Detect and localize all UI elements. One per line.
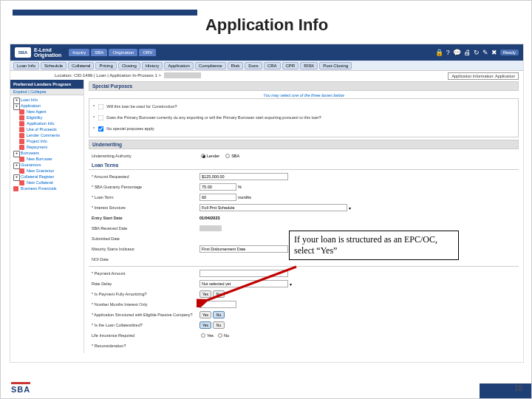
callout-epc: If your loan is structured as an EPC/OC,… bbox=[289, 231, 459, 260]
input-amount[interactable]: $125,000.00 bbox=[200, 173, 288, 180]
sidebar-item[interactable]: Application Info bbox=[12, 120, 82, 126]
nav-tab[interactable]: RISK bbox=[300, 62, 318, 69]
top-tab[interactable]: Origination bbox=[109, 49, 137, 56]
sidebar-item[interactable]: Guarantors bbox=[12, 162, 82, 168]
chevron-down-icon[interactable]: ▾ bbox=[290, 282, 292, 287]
select-structure[interactable]: Full Pmt Schedule bbox=[200, 204, 347, 211]
label-term: * Loan Term bbox=[89, 195, 200, 200]
sidebar-item[interactable]: New Borrower bbox=[12, 156, 82, 162]
radio-sba[interactable] bbox=[225, 154, 230, 158]
refresh-icon[interactable]: ↻ bbox=[474, 49, 480, 56]
sidebar-item[interactable]: New Agent bbox=[12, 109, 82, 115]
checkbox-exporting[interactable] bbox=[98, 115, 103, 121]
sidebar-item[interactable]: Application bbox=[12, 103, 82, 109]
new-icon[interactable]: ✎ bbox=[482, 49, 488, 56]
nav-tab[interactable]: Application bbox=[164, 62, 193, 69]
top-tab[interactable]: ORV bbox=[139, 49, 156, 56]
select-delay[interactable]: Not selected yet bbox=[200, 280, 288, 287]
sidebar-item[interactable]: Use of Proceeds bbox=[12, 126, 82, 132]
slide: Application Info SBA E-Lend Origination … bbox=[0, 0, 532, 399]
q-construction[interactable]: * Will this loan be used for Constructio… bbox=[93, 101, 514, 112]
nav-tab[interactable]: CPR bbox=[282, 62, 299, 69]
chevron-down-icon[interactable]: ▾ bbox=[349, 205, 351, 211]
label-payment: * Payment Amount bbox=[89, 271, 200, 276]
nav-tab[interactable]: CRA bbox=[264, 62, 281, 69]
nav-tab[interactable]: History bbox=[142, 62, 163, 69]
nav-tab[interactable]: Docs bbox=[245, 62, 262, 69]
nav-tab[interactable]: Schedule bbox=[41, 62, 66, 69]
nav-tab[interactable]: Closing bbox=[118, 62, 140, 69]
value-entry-date: 01/04/2023 bbox=[200, 216, 220, 220]
chat-icon[interactable]: 💬 bbox=[453, 49, 461, 56]
breadcrumb: Location: CID:1496 | Loan | Application … bbox=[10, 71, 523, 80]
label-sba-recv: SBA Received Date bbox=[89, 226, 200, 231]
footer-links[interactable]: * Privacy & We * Regulations * Informati… bbox=[89, 351, 519, 353]
label-noi: NOI Date bbox=[89, 257, 200, 262]
q-exporting[interactable]: * Does the Primary Borrower currently do… bbox=[93, 112, 514, 123]
btn-epc-yes[interactable]: Yes bbox=[200, 311, 211, 318]
label-amount: * Amount Requested bbox=[89, 174, 200, 179]
nav-tab[interactable]: Risk bbox=[228, 62, 244, 69]
top-tab[interactable]: Inquiry bbox=[69, 49, 89, 56]
radio-life-no[interactable] bbox=[218, 333, 222, 338]
lock-icon[interactable]: 🔒 bbox=[435, 49, 443, 56]
btn-no[interactable]: No bbox=[213, 290, 225, 298]
q-nospecial[interactable]: * No special purposes apply bbox=[93, 123, 514, 134]
section-underwriting: Underwriting bbox=[89, 140, 519, 149]
input-months-io[interactable] bbox=[200, 301, 236, 308]
row-underwriting: Underwriting Authority Lender SBA bbox=[89, 151, 519, 161]
input-payment[interactable] bbox=[200, 270, 288, 277]
sidebar-item[interactable]: Repayment bbox=[12, 144, 82, 150]
checkbox-nospecial[interactable] bbox=[98, 126, 103, 132]
breadcrumb-gray-block bbox=[164, 72, 201, 78]
radio-life-yes[interactable] bbox=[201, 333, 205, 338]
sidebar-item[interactable]: Lender Comments bbox=[12, 132, 82, 138]
sidebar-item[interactable]: Business Financials bbox=[12, 185, 82, 191]
help-icon[interactable]: ? bbox=[446, 49, 450, 56]
input-guaranty[interactable]: 75.00 bbox=[200, 183, 236, 191]
label-underwriting: Underwriting Authority bbox=[89, 154, 200, 158]
sidebar-item[interactable]: Project Info bbox=[12, 138, 82, 144]
footer-sba-logo: SBA bbox=[11, 382, 30, 394]
exit-icon[interactable]: ✖ bbox=[491, 49, 497, 56]
top-tab[interactable]: SBA bbox=[91, 49, 107, 56]
nav-tab[interactable]: Pricing bbox=[95, 62, 116, 69]
sba-logo: SBA bbox=[15, 47, 31, 58]
sidebar-item[interactable]: New Guarantor bbox=[12, 168, 82, 174]
navbar: Loan Info Schedule Collateral Pricing Cl… bbox=[10, 61, 523, 71]
label-submitted: Submitted Date bbox=[89, 236, 200, 241]
nav-tab[interactable]: Post-Closing bbox=[319, 62, 352, 69]
sidebar-item[interactable]: Loan Info bbox=[12, 97, 82, 103]
label-delay: Rate Delay bbox=[89, 282, 200, 286]
hint-text: You may select one of the three boxes be… bbox=[89, 92, 519, 98]
label-amort: * Is Payment Fully Amortizing? bbox=[89, 292, 200, 296]
select-maturity[interactable]: First Disbursement Date bbox=[200, 245, 288, 253]
radio-lender[interactable] bbox=[201, 154, 205, 158]
sidebar-expand-collapse[interactable]: Expand | Collapse bbox=[10, 89, 83, 95]
sidebar-item[interactable]: Eligibility bbox=[12, 115, 82, 120]
checkbox-construction[interactable] bbox=[98, 104, 103, 110]
print-icon[interactable]: 🖨 bbox=[464, 49, 471, 56]
label-structure: * Interest Structure bbox=[89, 205, 200, 210]
label-life: Life Insurance Required bbox=[89, 333, 200, 338]
decorative-top-border bbox=[13, 10, 197, 16]
sidebar-item[interactable]: Borrowers bbox=[12, 150, 82, 156]
btn-collat-yes[interactable]: Yes bbox=[200, 321, 211, 329]
nav-tab[interactable]: Compliance bbox=[195, 62, 226, 69]
sidebar-item[interactable]: New Collateral bbox=[12, 180, 82, 185]
sidebar-item[interactable]: Collateral Register bbox=[12, 174, 82, 180]
label-entry-date: Entry Start Date bbox=[89, 216, 200, 220]
input-term[interactable]: 60 bbox=[200, 194, 236, 201]
top-icon-bar: 🔒 ? 💬 🖨 ↻ ✎ ✖ Ready bbox=[435, 49, 519, 56]
label-reconsid: * Reconsideration? bbox=[89, 344, 200, 348]
btn-epc-no[interactable]: No bbox=[213, 311, 225, 318]
main-area: Preferred Lenders Program Expand | Colla… bbox=[10, 80, 523, 353]
btn-collat-no[interactable]: No bbox=[213, 321, 225, 329]
slide-title: Application Info bbox=[1, 16, 532, 35]
nav-tab[interactable]: Loan Info bbox=[13, 62, 39, 69]
label-collat: * Is the Loan Collateralized? bbox=[89, 323, 200, 327]
nav-tab[interactable]: Collateral bbox=[68, 62, 94, 69]
sidebar-tree: Loan InfoApplicationNew AgentEligibility… bbox=[10, 95, 83, 193]
brand-text: E-Lend Origination bbox=[34, 47, 61, 58]
btn-yes[interactable]: Yes bbox=[200, 290, 211, 298]
